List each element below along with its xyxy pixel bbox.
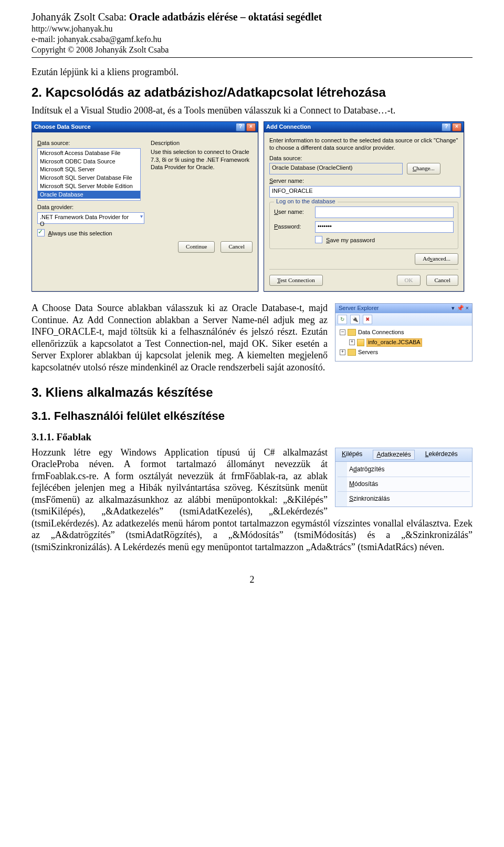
- menu-bar: Kilépés Adatkezelés Lekérdezés: [335, 448, 472, 461]
- menu-screenshot: Kilépés Adatkezelés Lekérdezés Adatrögzí…: [335, 448, 472, 507]
- close-icon[interactable]: ×: [452, 123, 461, 131]
- always-use-checkbox[interactable]: [37, 229, 45, 236]
- server-explorer-tree[interactable]: – Data Connections + info_oracle.JCSABA …: [335, 326, 472, 361]
- description-label: Description: [151, 140, 250, 147]
- continue-button[interactable]: Continue: [178, 241, 215, 253]
- collapse-icon[interactable]: –: [340, 329, 345, 335]
- dropdown-menu: Adatrögzítés Módosítás Szinkronizálás: [335, 461, 472, 507]
- logon-group-title: Log on to the database: [274, 198, 338, 205]
- menu-item-lekerdezes[interactable]: Lekérdezés: [422, 450, 461, 460]
- server-explorer-panel: Server Explorer ▾ 📌 × ↻ 🔌 ✖ – Data Conne…: [335, 303, 472, 361]
- email: e-mail: johanyak.csaba@gamf.kefo.hu: [32, 34, 472, 45]
- always-use-label: Always use this selection: [48, 230, 112, 236]
- tree-node-connection[interactable]: info_oracle.JCSABA: [366, 338, 422, 347]
- username-input[interactable]: [315, 206, 454, 218]
- menu-item-modositas[interactable]: Módosítás: [335, 479, 472, 490]
- dialog-title: Add Connection: [266, 123, 311, 131]
- add-connection-intro: Enter information to connect to the sele…: [269, 137, 458, 152]
- dialog-title: Choose Data Source: [34, 123, 91, 131]
- section-3-1-heading: 3.1. Felhasználói felület elkészítése: [32, 409, 472, 424]
- database-icon: [357, 339, 364, 346]
- list-item-selected[interactable]: Oracle Database: [38, 191, 140, 199]
- list-item[interactable]: Microsoft SQL Server Mobile Edition: [38, 182, 140, 191]
- dropdown-icon[interactable]: ▾: [452, 305, 455, 311]
- folder-icon: [348, 329, 356, 336]
- pin-icon[interactable]: 📌: [457, 305, 464, 311]
- help-icon[interactable]: ?: [442, 123, 451, 131]
- data-provider-label: Data provider:: [37, 204, 144, 211]
- ok-button[interactable]: OK: [397, 275, 421, 286]
- data-source-label: Data source:: [269, 155, 458, 162]
- choose-data-source-dialog: Choose Data Source ? × DData source:ata …: [32, 121, 258, 292]
- section-3-1-1-heading: 3.1.1. Főablak: [32, 431, 472, 443]
- data-source-list[interactable]: Microsoft Access Database File Microsoft…: [37, 148, 141, 201]
- connect-icon[interactable]: 🔌: [350, 315, 360, 324]
- cancel-button[interactable]: Cancel: [426, 275, 458, 286]
- menu-item-adatrogzites[interactable]: Adatrögzítés: [335, 464, 472, 475]
- list-item[interactable]: Microsoft ODBC Data Source: [38, 158, 140, 166]
- tree-node-data-connections[interactable]: Data Connections: [358, 329, 404, 336]
- username-label: User name:: [274, 209, 311, 216]
- expand-icon[interactable]: +: [340, 349, 345, 355]
- test-connection-button[interactable]: Test Connection: [269, 275, 323, 286]
- menu-separator: [338, 477, 470, 477]
- password-input[interactable]: •••••••: [315, 221, 454, 233]
- expand-icon[interactable]: +: [349, 339, 355, 345]
- paragraph-sec2-intro: Indítsuk el a Visual Studio 2008-at, és …: [32, 105, 472, 117]
- password-label: Password:: [274, 223, 311, 231]
- add-connection-dialog: Add Connection ? × Enter information to …: [264, 121, 464, 292]
- server-explorer-title: Server Explorer: [339, 305, 379, 312]
- folder-icon: [348, 349, 356, 356]
- cancel-button[interactable]: Cancel: [220, 241, 253, 253]
- menu-separator: [338, 491, 470, 492]
- menu-item-kilepes[interactable]: Kilépés: [339, 450, 365, 460]
- close-icon[interactable]: ×: [246, 123, 256, 131]
- refresh-icon[interactable]: ↻: [338, 315, 347, 324]
- server-explorer-toolbar: ↻ 🔌 ✖: [335, 313, 472, 326]
- list-item[interactable]: Microsoft SQL Server Database File: [38, 174, 140, 182]
- save-password-checkbox[interactable]: [315, 236, 322, 243]
- paragraph-exit-client: Ezután lépjünk ki a kliens programból.: [32, 66, 472, 78]
- author-name: Johanyák Zsolt Csaba:: [32, 11, 129, 23]
- stop-icon[interactable]: ✖: [363, 315, 372, 324]
- tree-node-servers[interactable]: Servers: [358, 349, 378, 356]
- copyright: Copyright © 2008 Johanyák Zsolt Csaba: [32, 45, 472, 55]
- doc-title: Oracle adatbázis elérése – oktatási segé…: [129, 11, 322, 23]
- description-text: Use this selection to connect to Oracle …: [151, 148, 250, 172]
- page-header: Johanyák Zsolt Csaba: Oracle adatbázis e…: [32, 11, 472, 58]
- data-source-field: Oracle Database (OracleClient): [269, 163, 403, 174]
- section-3-heading: 3. Kliens alkalmazás készítése: [32, 385, 472, 400]
- section-2-heading: 2. Kapcsolódás az adatbázishoz/Adatkapcs…: [32, 85, 472, 100]
- list-item[interactable]: Microsoft Access Database File: [38, 149, 140, 158]
- help-icon[interactable]: ?: [236, 123, 245, 131]
- change-button[interactable]: Change...: [407, 163, 440, 174]
- menu-item-adatkezeles[interactable]: Adatkezelés: [373, 450, 414, 460]
- page-number: 2: [32, 574, 472, 586]
- advanced-button[interactable]: Advanced...: [415, 253, 458, 265]
- list-item[interactable]: <other>: [38, 199, 140, 201]
- server-name-input[interactable]: INFO_ORACLE: [269, 186, 460, 198]
- save-password-label: Save my password: [326, 237, 375, 243]
- menu-item-szinkronizalas[interactable]: Szinkronizálás: [335, 493, 472, 504]
- data-provider-dropdown[interactable]: .NET Framework Data Provider for O: [37, 212, 144, 224]
- data-source-label: DData source:ata source:: [37, 140, 144, 147]
- site-url: http://www.johanyak.hu: [32, 24, 472, 34]
- list-item[interactable]: Microsoft SQL Server: [38, 166, 140, 174]
- close-icon[interactable]: ×: [466, 305, 469, 311]
- server-name-label: Server name:: [269, 178, 458, 185]
